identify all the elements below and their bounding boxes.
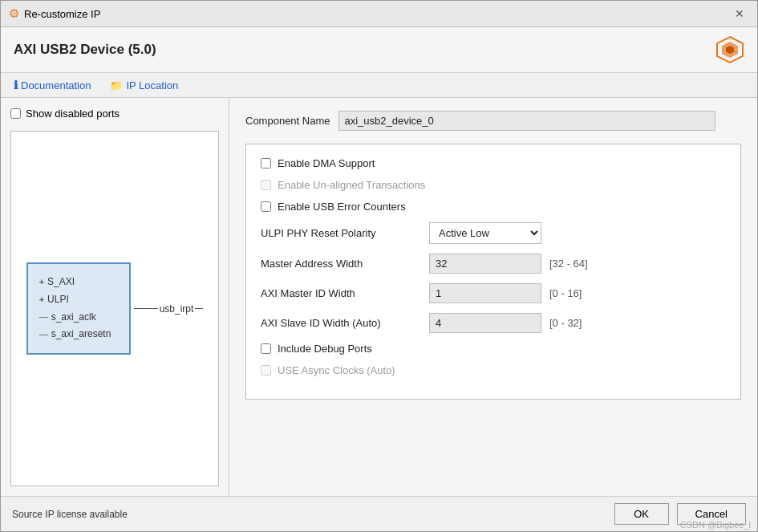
output-line: usb_irpt xyxy=(134,303,204,315)
label-async: USE Async Clocks (Auto) xyxy=(278,364,395,376)
select-ulpi-polarity[interactable]: Active Low Active High xyxy=(429,222,541,244)
port-name-s-axi: S_AXI xyxy=(47,274,75,291)
folder-icon: 📁 xyxy=(110,79,123,91)
title-icon: ⚙ xyxy=(9,6,19,21)
source-label: Source IP license available xyxy=(12,509,128,520)
field-row-master-addr: Master Address Width [32 - 64] xyxy=(261,254,726,274)
range-master-addr: [32 - 64] xyxy=(549,258,588,270)
app-title: AXI USB2 Device (5.0) xyxy=(14,42,156,58)
option-row-unaligned: Enable Un-aligned Transactions xyxy=(261,179,726,191)
schematic-area: + S_AXI + ULPI — s_axi_aclk — xyxy=(10,131,219,486)
label-debug[interactable]: Include Debug Ports xyxy=(278,343,372,355)
output-label: usb_irpt xyxy=(160,303,194,315)
checkbox-unaligned[interactable] xyxy=(261,180,271,190)
port-name-aclk: s_axi_aclk xyxy=(51,309,96,327)
port-aresetn: — s_axi_aresetn xyxy=(39,326,118,343)
title-bar-left: ⚙ Re-customize IP xyxy=(9,6,100,21)
label-usberror[interactable]: Enable USB Error Counters xyxy=(278,201,406,213)
ip-location-label: IP Location xyxy=(126,79,178,91)
input-master-id[interactable] xyxy=(429,283,541,303)
title-bar: ⚙ Re-customize IP ✕ xyxy=(1,1,757,27)
input-slave-id[interactable] xyxy=(429,313,541,333)
port-ulpi: + ULPI xyxy=(39,291,118,309)
output-wire xyxy=(134,308,158,309)
range-master-id: [0 - 16] xyxy=(549,287,582,299)
component-name-label: Component Name xyxy=(245,115,330,127)
label-dma[interactable]: Enable DMA Support xyxy=(278,157,375,169)
label-slave-id: AXI Slave ID Width (Auto) xyxy=(261,317,421,329)
documentation-button[interactable]: ℹ Documentation xyxy=(10,77,94,93)
output-end-wire xyxy=(195,308,203,309)
checkbox-usberror[interactable] xyxy=(261,201,271,212)
ok-button[interactable]: OK xyxy=(614,503,669,525)
show-disabled-row: Show disabled ports xyxy=(10,108,219,120)
close-button[interactable]: ✕ xyxy=(730,6,749,22)
bottom-bar: Source IP license available OK Cancel xyxy=(1,496,757,531)
checkbox-dma[interactable] xyxy=(261,158,271,169)
dash-icon-aresetn: — xyxy=(39,327,48,343)
options-box: Enable DMA Support Enable Un-aligned Tra… xyxy=(245,144,741,400)
component-name-row: Component Name xyxy=(245,111,741,131)
show-disabled-checkbox[interactable] xyxy=(10,108,21,119)
component-name-input[interactable] xyxy=(338,111,715,131)
output-label-row: usb_irpt xyxy=(134,303,204,315)
main-dialog: ⚙ Re-customize IP ✕ AXI USB2 Device (5.0… xyxy=(0,0,758,532)
plus-icon-ulpi: + xyxy=(39,292,44,308)
info-icon: ℹ xyxy=(14,79,18,91)
ip-location-button[interactable]: 📁 IP Location xyxy=(107,78,181,93)
main-content: Show disabled ports + S_AXI + ULPI xyxy=(1,98,757,496)
watermark: CSDN @Bigbee_l xyxy=(680,520,751,530)
checkbox-async[interactable] xyxy=(261,365,271,376)
documentation-label: Documentation xyxy=(21,79,91,91)
port-aclk: — s_axi_aclk xyxy=(39,309,118,327)
option-row-dma: Enable DMA Support xyxy=(261,157,726,169)
port-name-aresetn: s_axi_aresetn xyxy=(51,326,111,343)
checkbox-debug[interactable] xyxy=(261,343,271,354)
option-row-async: USE Async Clocks (Auto) xyxy=(261,364,726,376)
header-section: AXI USB2 Device (5.0) xyxy=(1,27,757,73)
xilinx-logo xyxy=(715,35,744,64)
input-master-addr[interactable] xyxy=(429,254,541,274)
port-name-ulpi: ULPI xyxy=(47,291,69,309)
label-unaligned: Enable Un-aligned Transactions xyxy=(278,179,425,191)
component-block: + S_AXI + ULPI — s_axi_aclk — xyxy=(26,262,131,354)
toolbar: ℹ Documentation 📁 IP Location xyxy=(1,73,757,98)
dialog-title: Re-customize IP xyxy=(24,8,100,20)
option-row-debug: Include Debug Ports xyxy=(261,343,726,355)
label-ulpi-polarity: ULPI PHY Reset Polarity xyxy=(261,227,421,239)
port-s-axi: + S_AXI xyxy=(39,274,118,291)
left-panel: Show disabled ports + S_AXI + ULPI xyxy=(1,98,229,496)
dash-icon-aclk: — xyxy=(39,309,48,325)
field-row-slave-id: AXI Slave ID Width (Auto) [0 - 32] xyxy=(261,313,726,333)
show-disabled-label[interactable]: Show disabled ports xyxy=(26,108,120,120)
label-master-addr: Master Address Width xyxy=(261,258,421,270)
right-panel: Component Name Enable DMA Support Enable… xyxy=(229,98,757,496)
field-row-master-id: AXI Master ID Width [0 - 16] xyxy=(261,283,726,303)
plus-icon-s-axi: + xyxy=(39,274,44,290)
field-row-ulpi-polarity: ULPI PHY Reset Polarity Active Low Activ… xyxy=(261,222,726,244)
range-slave-id: [0 - 32] xyxy=(549,317,582,329)
label-master-id: AXI Master ID Width xyxy=(261,287,421,299)
option-row-usberror: Enable USB Error Counters xyxy=(261,201,726,213)
